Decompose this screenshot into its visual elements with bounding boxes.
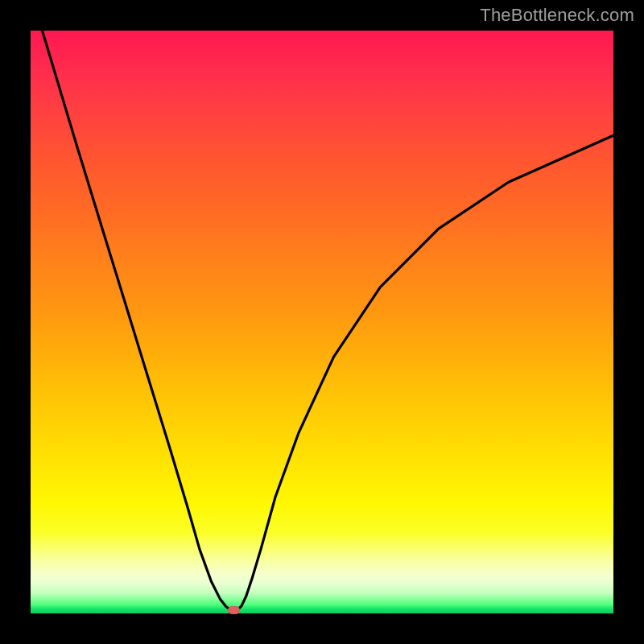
chart-frame: TheBottleneck.com — [0, 0, 644, 644]
curve-layer — [31, 31, 613, 613]
minimum-marker — [228, 606, 240, 614]
bottleneck-curve — [42, 31, 613, 610]
plot-area — [31, 31, 613, 613]
watermark-text: TheBottleneck.com — [480, 5, 634, 26]
